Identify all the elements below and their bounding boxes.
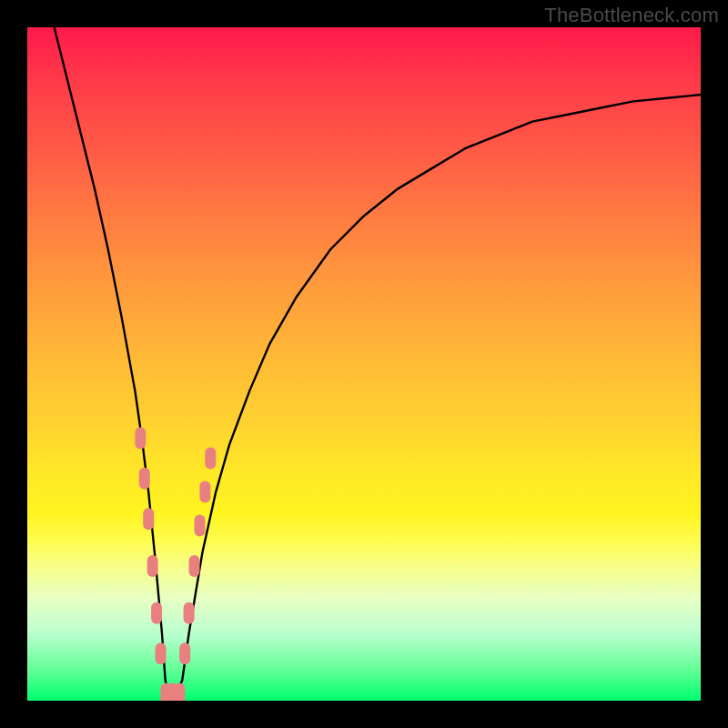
chart-svg xyxy=(27,27,701,701)
marker-point xyxy=(147,555,158,577)
bottleneck-curve xyxy=(55,27,701,694)
watermark-text: TheBottleneck.com xyxy=(544,4,719,27)
marker-point xyxy=(156,642,167,664)
marker-point xyxy=(199,481,210,503)
marker-point xyxy=(184,602,195,624)
marker-point xyxy=(179,642,190,664)
sample-markers xyxy=(135,427,216,701)
chart-frame: TheBottleneck.com xyxy=(0,0,728,728)
marker-point xyxy=(194,515,205,537)
plot-area xyxy=(27,27,701,701)
marker-point xyxy=(205,448,216,470)
marker-point xyxy=(189,555,200,577)
curve-line xyxy=(55,27,701,694)
marker-point xyxy=(143,508,154,530)
marker-point xyxy=(139,468,150,490)
marker-point xyxy=(135,427,146,449)
marker-point xyxy=(174,683,185,701)
marker-point xyxy=(151,602,162,624)
